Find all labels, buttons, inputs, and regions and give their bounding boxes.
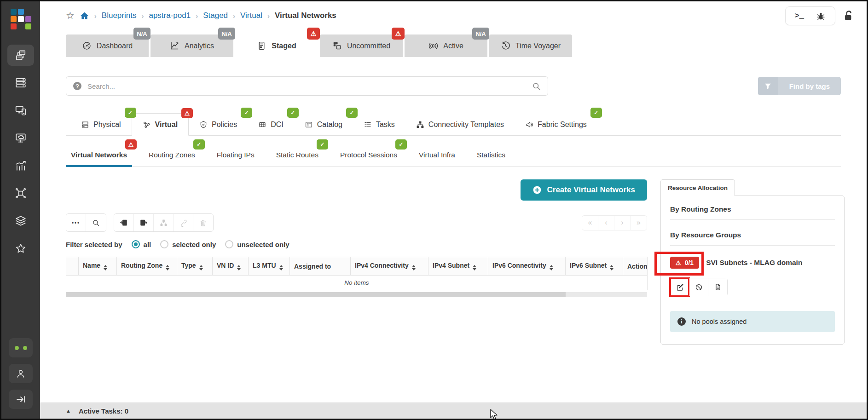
page-first-button[interactable]: « [582, 216, 598, 230]
tab-floating-ips[interactable]: Floating IPs [212, 145, 260, 166]
tab-analytics[interactable]: N/A Analytics [150, 35, 233, 57]
breadcrumb-staged[interactable]: Staged [203, 11, 228, 20]
tab-active[interactable]: N/A Active [405, 35, 487, 57]
check-badge: ✓ [287, 108, 299, 118]
column-header-select [66, 257, 79, 276]
column-header-ipv6-connectivity[interactable]: IPv6 Connectivity [488, 257, 566, 276]
link-button[interactable] [174, 214, 193, 231]
column-header-name[interactable]: Name [79, 257, 117, 276]
home-icon[interactable] [80, 11, 89, 21]
create-virtual-networks-button[interactable]: Create Virtual Networks [521, 179, 647, 201]
column-header-type[interactable]: Type [177, 257, 213, 276]
breadcrumb-blueprints[interactable]: Blueprints [102, 11, 137, 20]
sidebar-item-external-systems[interactable] [7, 183, 34, 204]
radio-selected-only[interactable]: selected only [160, 240, 216, 248]
tab-resource-allocation[interactable]: Resource Allocation [660, 179, 735, 196]
tab-uncommitted[interactable]: ⚠ Uncommitted [320, 35, 403, 57]
tab-staged[interactable]: ⚠ Staged [235, 35, 318, 57]
column-header-ipv6-subnet[interactable]: IPv6 Subnet [566, 257, 623, 276]
query-help-icon[interactable]: ? [73, 82, 81, 90]
column-header-ipv4-connectivity[interactable]: IPv4 Connectivity [351, 257, 428, 276]
horizontal-scrollbar[interactable] [66, 292, 647, 297]
debug-bug-icon[interactable] [816, 11, 826, 21]
resource-group-row: ⚠ 0/1 SVI Subnets - MLAG domain [670, 257, 835, 269]
sidebar-item-blueprints[interactable] [7, 45, 34, 66]
tab-virtual[interactable]: ⚠ Virtual [132, 113, 189, 136]
search-icon[interactable] [532, 82, 541, 91]
radio-unselected-only[interactable]: unselected only [225, 240, 289, 248]
collapse-arrow-icon[interactable]: ▲ [66, 408, 71, 414]
sort-icon[interactable] [199, 265, 203, 270]
virtual-networks-table: Name Routing Zone Type VN ID L3 MTU Assi… [66, 257, 648, 290]
active-tasks-bar[interactable]: ▲ Active Tasks: 0 [40, 403, 867, 419]
find-by-tags-button[interactable]: Find by tags [758, 77, 841, 95]
sort-icon[interactable] [166, 265, 169, 270]
search-input[interactable] [87, 82, 527, 91]
page-prev-button[interactable]: ‹ [598, 216, 614, 230]
table-toolbar: ••• [66, 213, 647, 232]
sort-icon[interactable] [279, 265, 283, 270]
scrollbar-thumb[interactable] [66, 292, 566, 297]
sidebar-item-devices[interactable] [7, 72, 34, 93]
tab-statistics[interactable]: Statistics [472, 145, 510, 166]
assign-button[interactable] [154, 214, 174, 231]
sort-icon[interactable] [104, 265, 107, 270]
import-button[interactable] [114, 214, 134, 231]
view-details-button[interactable] [708, 278, 727, 296]
sort-icon[interactable] [237, 265, 241, 270]
system-status-indicator[interactable] [9, 338, 33, 357]
na-badge: N/A [472, 28, 489, 40]
edit-assignments-button[interactable] [671, 278, 689, 296]
apstra-logo [11, 9, 31, 29]
section-by-routing-zones[interactable]: By Routing Zones [670, 205, 835, 220]
tab-virtual-infra[interactable]: Virtual Infra [414, 145, 460, 166]
search-icon [92, 219, 100, 227]
sort-icon[interactable] [412, 265, 416, 270]
section-by-resource-groups[interactable]: By Resource Groups [670, 231, 835, 246]
logout-button[interactable] [9, 390, 33, 409]
clear-assignments-button[interactable] [689, 278, 708, 296]
table-search-button[interactable] [86, 214, 106, 231]
column-header-routing-zone[interactable]: Routing Zone [117, 257, 177, 276]
sidebar-item-favorites[interactable] [7, 238, 34, 259]
column-header-vn-id[interactable]: VN ID [213, 257, 249, 276]
export-button[interactable] [134, 214, 154, 231]
unlocked-padlock-icon[interactable] [843, 10, 855, 22]
toolbar-group-left: ••• [66, 213, 106, 232]
tab-fabric-settings[interactable]: ✓ Fabric Settings [515, 113, 597, 135]
sidebar-item-platform[interactable] [7, 210, 34, 231]
column-header-l3-mtu[interactable]: L3 MTU [249, 257, 290, 276]
breadcrumb-virtual[interactable]: Virtual [240, 11, 262, 20]
breadcrumb-blueprint-name[interactable]: apstra-pod1 [149, 11, 191, 20]
sidebar-item-design[interactable] [7, 100, 34, 121]
page-next-button[interactable]: › [614, 216, 631, 230]
radio-all[interactable]: all [132, 240, 151, 248]
tab-routing-zones[interactable]: ✓ Routing Zones [144, 145, 200, 166]
sort-icon[interactable] [550, 265, 553, 270]
sidebar-item-analytics[interactable] [7, 155, 34, 176]
tab-connectivity-templates[interactable]: Connectivity Templates [405, 113, 515, 135]
tab-dashboard[interactable]: N/A Dashboard [66, 35, 149, 57]
favorite-star-icon[interactable]: ☆ [66, 10, 75, 21]
tab-static-routes[interactable]: ✓ Static Routes [271, 145, 324, 166]
sort-icon[interactable] [473, 265, 476, 270]
sidebar-item-resources[interactable] [7, 127, 34, 149]
tab-protocol-sessions[interactable]: ✓ Protocol Sessions [335, 145, 402, 166]
column-label: Type [181, 262, 196, 269]
tab-tasks[interactable]: Tasks [353, 113, 405, 135]
delete-button[interactable] [193, 214, 213, 231]
tab-catalog[interactable]: ✓ Catalog [294, 113, 353, 135]
terminal-icon[interactable]: >_ [795, 12, 804, 20]
tab-dci[interactable]: ✓ DCI [248, 113, 294, 135]
sort-icon[interactable] [610, 265, 613, 270]
check-badge: ✓ [317, 139, 328, 150]
tab-physical[interactable]: ✓ Physical [70, 113, 132, 135]
tab-policies[interactable]: ✓ Policies [189, 113, 248, 135]
page-last-button[interactable]: » [631, 216, 647, 230]
tab-virtual-networks[interactable]: ⚠ Virtual Networks [66, 145, 132, 167]
tab-time-voyager[interactable]: Time Voyager [489, 35, 572, 57]
more-actions-button[interactable]: ••• [66, 214, 86, 231]
user-menu-button[interactable] [9, 364, 33, 383]
platform-icon [15, 215, 27, 227]
column-header-ipv4-subnet[interactable]: IPv4 Subnet [428, 257, 488, 276]
